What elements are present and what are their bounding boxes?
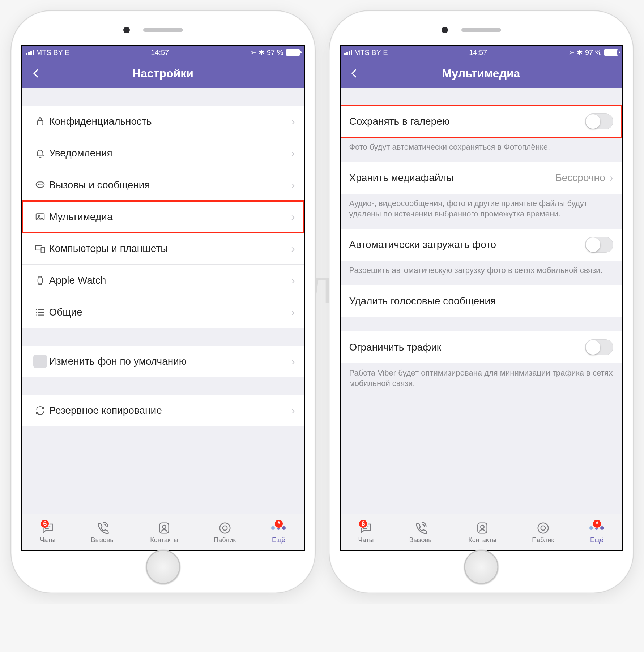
battery-icon <box>286 49 300 56</box>
row-save-gallery[interactable]: Сохранять в галерею <box>341 106 622 137</box>
row-label: Компьютеры и планшеты <box>49 243 291 254</box>
svg-rect-0 <box>37 120 43 125</box>
row-label: Резервное копирование <box>49 405 291 416</box>
row-label: Вызовы и сообщения <box>49 179 291 191</box>
tab-label: Чаты <box>40 536 56 544</box>
row-label: Уведомления <box>49 147 291 159</box>
devices-icon <box>31 243 49 254</box>
chevron-icon: › <box>291 147 295 159</box>
row-label: Сохранять в галерею <box>349 116 585 127</box>
row-notifications[interactable]: Уведомления › <box>22 137 304 169</box>
row-delete-voice[interactable]: Удалить голосовые сообщения <box>341 285 622 317</box>
svg-point-12 <box>481 525 484 529</box>
list-icon <box>31 307 49 318</box>
tab-label: Ещё <box>272 536 285 544</box>
chevron-icon: › <box>291 274 295 287</box>
svg-rect-6 <box>38 278 42 283</box>
phone-camera <box>442 27 448 33</box>
row-computers[interactable]: Компьютеры и планшеты › <box>22 233 304 265</box>
tab-label: Паблик <box>214 536 236 544</box>
clock-text: 14:57 <box>469 48 487 57</box>
battery-percent: 97 % <box>267 48 283 57</box>
bluetooth-icon: ✱ <box>259 48 265 57</box>
status-bar: MTS BY E 14:57 ➣ ✱ 97 % <box>22 46 304 59</box>
tab-label: Чаты <box>358 536 374 544</box>
public-icon <box>536 520 550 536</box>
carrier-text: MTS BY E <box>36 48 70 57</box>
watch-icon <box>31 275 49 286</box>
page-title: Настройки <box>132 67 193 80</box>
phone-speaker <box>461 28 501 32</box>
chevron-icon: › <box>291 404 295 417</box>
home-button[interactable] <box>464 550 498 584</box>
tab-calls[interactable]: Вызовы <box>409 520 433 544</box>
toggle-limit-traffic[interactable] <box>585 339 613 355</box>
battery-percent: 97 % <box>585 48 602 57</box>
public-icon <box>218 520 232 536</box>
tab-public[interactable]: Паблик <box>214 520 236 544</box>
tab-contacts[interactable]: Контакты <box>468 520 496 544</box>
thumbnail-icon <box>31 355 49 368</box>
status-bar: MTS BY E 14:57 ➣ ✱ 97 % <box>341 46 622 59</box>
tab-calls[interactable]: Вызовы <box>91 520 115 544</box>
phone-speaker <box>143 28 183 32</box>
footer-limit-traffic: Работа Viber будет оптимизирована для ми… <box>341 363 622 398</box>
back-button[interactable] <box>30 67 43 80</box>
nav-bar: Настройки <box>22 59 304 88</box>
refresh-icon <box>31 405 49 416</box>
row-calls-msgs[interactable]: Вызовы и сообщения › <box>22 169 304 201</box>
bluetooth-icon: ✱ <box>577 48 583 57</box>
settings-content: Конфиденциальность › Уведомления › Вызов… <box>22 88 304 514</box>
phone-frame-left: MTS BY E 14:57 ➣ ✱ 97 % Настройки Ко <box>11 11 315 593</box>
chevron-icon: › <box>291 115 295 128</box>
row-label: Конфиденциальность <box>49 116 291 127</box>
row-auto-photo[interactable]: Автоматически загружать фото <box>341 229 622 261</box>
row-limit-traffic[interactable]: Ограничить трафик <box>341 331 622 363</box>
row-label: Автоматически загружать фото <box>349 239 585 250</box>
chevron-icon: › <box>291 211 295 223</box>
row-keep-media[interactable]: Хранить медиафайлы Бессрочно › <box>341 162 622 194</box>
tab-label: Паблик <box>532 536 554 544</box>
svg-rect-7 <box>160 523 169 533</box>
clock-text: 14:57 <box>151 48 169 57</box>
footer-keep-media: Аудио-, видеосообщения, фото и другие пр… <box>341 194 622 229</box>
phone-frame-right: MTS BY E 14:57 ➣ ✱ 97 % Мультимедиа Сохр… <box>329 11 633 593</box>
row-label: Изменить фон по умолчанию <box>49 356 291 367</box>
home-button[interactable] <box>146 550 180 584</box>
chat-icon <box>31 180 49 190</box>
tab-public[interactable]: Паблик <box>532 520 554 544</box>
row-backup[interactable]: Резервное копирование › <box>22 395 304 426</box>
toggle-auto-photo[interactable] <box>585 237 613 253</box>
svg-point-14 <box>541 526 545 531</box>
back-button[interactable] <box>348 67 361 80</box>
row-label: Хранить медиафайлы <box>349 172 555 184</box>
row-label: Удалить голосовые сообщения <box>349 295 613 307</box>
tab-contacts[interactable]: Контакты <box>150 520 178 544</box>
row-wallpaper[interactable]: Изменить фон по умолчанию › <box>22 346 304 377</box>
signal-icon <box>26 50 34 55</box>
battery-icon <box>604 49 618 56</box>
contact-icon <box>157 520 171 536</box>
phone-camera <box>123 27 130 33</box>
nav-bar: Мультимедиа <box>341 59 622 88</box>
toggle-save-gallery[interactable] <box>585 113 613 129</box>
page-title: Мультимедиа <box>442 67 520 80</box>
chevron-icon: › <box>291 306 295 318</box>
footer-auto-photo: Разрешить автоматическую загрузку фото в… <box>341 261 622 285</box>
row-privacy[interactable]: Конфиденциальность › <box>22 106 304 137</box>
signal-icon <box>344 50 352 55</box>
tab-chats[interactable]: 6 Чаты <box>358 520 374 544</box>
row-general[interactable]: Общие › <box>22 296 304 328</box>
row-multimedia[interactable]: Мультимедиа › <box>22 201 304 233</box>
row-value: Бессрочно <box>555 172 605 184</box>
tab-more[interactable]: * Ещё <box>589 520 604 544</box>
row-apple-watch[interactable]: Apple Watch › <box>22 265 304 296</box>
contact-icon <box>475 520 490 536</box>
tab-label: Контакты <box>150 536 178 544</box>
svg-rect-11 <box>478 523 487 533</box>
tab-chats[interactable]: 6 Чаты <box>40 520 56 544</box>
tab-label: Вызовы <box>409 536 433 544</box>
svg-point-10 <box>222 526 227 531</box>
tab-more[interactable]: * Ещё <box>271 520 286 544</box>
lock-icon <box>31 116 49 127</box>
